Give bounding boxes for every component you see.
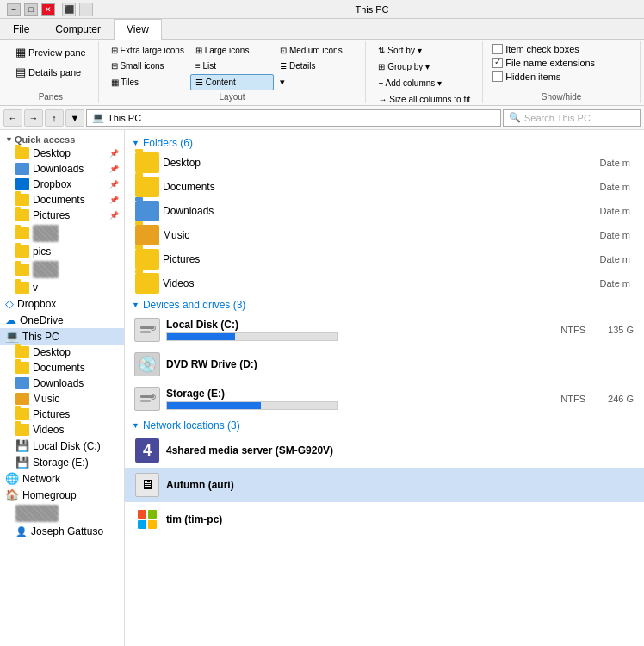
- dvd-drive-d-row[interactable]: 💿 DVD RW Drive (D:): [125, 347, 644, 382]
- sidebar-item-documents-qa[interactable]: Documents 📌: [0, 192, 124, 208]
- preview-pane-button[interactable]: ▦ Preview pane: [10, 43, 91, 61]
- tim-row[interactable]: tim (tim-pc): [125, 502, 644, 537]
- downloads-folder-row[interactable]: Downloads Date m: [125, 199, 644, 223]
- win-sq-green: [148, 510, 157, 519]
- extra-large-icons-button[interactable]: ⊞ Extra large icons: [106, 43, 189, 58]
- v-folder-icon: [15, 282, 29, 294]
- layout-expand-button[interactable]: ▾: [275, 74, 358, 90]
- up-button[interactable]: ↑: [45, 109, 64, 127]
- storage-e-icon-area: [132, 385, 163, 413]
- sidebar-item-pictures-pc[interactable]: Pictures: [0, 407, 124, 422]
- storage-e-size: 246 G: [585, 394, 637, 404]
- window-controls[interactable]: – □ ✕: [7, 3, 55, 16]
- search-bar[interactable]: 🔍 Search This PC: [503, 109, 641, 127]
- item-check-boxes-option[interactable]: Item check boxes: [490, 43, 633, 55]
- sidebar-item-homegroup[interactable]: 🏠 Homegroup: [0, 487, 124, 503]
- sidebar-item-desktop-qa[interactable]: Desktop 📌: [0, 146, 124, 161]
- network-section-title: Network locations (3): [143, 419, 240, 432]
- details-button[interactable]: ≣ Details: [275, 59, 358, 73]
- music-folder-row[interactable]: Music Date m: [125, 223, 644, 247]
- group-by-button[interactable]: ⊞ Group by ▾: [373, 59, 475, 74]
- sidebar-item-onedrive[interactable]: ☁ OneDrive: [0, 312, 124, 328]
- sidebar-item-music-pc[interactable]: Music: [0, 391, 124, 407]
- small-icons-button[interactable]: ⊟ Small icons: [106, 59, 189, 73]
- videos-folder-row[interactable]: Videos Date m: [125, 271, 644, 295]
- details-pane-button[interactable]: ▤ Details pane: [10, 63, 91, 81]
- recent-locations-button[interactable]: ▼: [65, 109, 84, 127]
- hidden-items-option[interactable]: Hidden items: [490, 71, 633, 83]
- layout-options: ⊞ Extra large icons ⊞ Large icons ⊡ Medi…: [106, 43, 359, 90]
- local-disk-c-fs: NTFS: [542, 325, 585, 335]
- sidebar-item-dropbox-link[interactable]: ◇ Dropbox: [0, 295, 124, 312]
- sidebar-item-documents-pc[interactable]: Documents: [0, 360, 124, 376]
- sidebar-item-blurred2[interactable]: [0, 259, 124, 280]
- forward-button[interactable]: →: [24, 109, 43, 127]
- desktop-folder-row[interactable]: Desktop Date m: [125, 151, 644, 175]
- list-button[interactable]: ≡ List: [190, 59, 274, 73]
- file-name-extensions-label: File name extensions: [505, 58, 595, 68]
- search-placeholder-text: Search This PC: [524, 113, 591, 123]
- add-columns-button[interactable]: + Add columns ▾: [373, 76, 475, 90]
- sidebar-item-pics[interactable]: pics: [0, 244, 124, 259]
- file-name-extensions-checkbox[interactable]: [492, 58, 503, 68]
- sidebar-item-user-avatar[interactable]: [0, 503, 124, 524]
- sidebar-item-v[interactable]: v: [0, 280, 124, 295]
- sidebar-item-blurred1[interactable]: [0, 223, 124, 244]
- sidebar-item-downloads-qa[interactable]: Downloads 📌: [0, 161, 124, 177]
- local-disk-c-row[interactable]: Local Disk (C:) NTFS 135 G: [125, 313, 644, 347]
- address-bar[interactable]: 💻 This PC: [86, 109, 501, 127]
- documents-folder-row[interactable]: Documents Date m: [125, 175, 644, 199]
- videos-date: Date m: [568, 278, 637, 289]
- sidebar-item-pictures-pc-label: Pictures: [33, 408, 70, 420]
- details-pane-icon: ▤: [15, 65, 26, 78]
- tiles-button[interactable]: ▦ Tiles: [106, 74, 189, 90]
- pictures-folder-row[interactable]: Pictures Date m: [125, 247, 644, 271]
- sidebar-item-dropbox-link-label: Dropbox: [17, 298, 56, 310]
- file-name-extensions-option[interactable]: File name extensions: [490, 57, 633, 69]
- network-section-header[interactable]: Network locations (3): [125, 416, 644, 433]
- tab-computer[interactable]: Computer: [42, 19, 114, 39]
- sort-by-button[interactable]: ⇅ Sort by ▾: [373, 43, 475, 58]
- folders-section-header[interactable]: Folders (6): [125, 134, 644, 151]
- autumn-icon: 🖥: [135, 473, 159, 497]
- maximize-button[interactable]: □: [24, 3, 38, 16]
- hidden-items-checkbox[interactable]: [492, 71, 503, 82]
- joseph-icon: 👤: [15, 526, 28, 537]
- videos-folder-icon-pc: [15, 424, 29, 436]
- sidebar-item-this-pc-label: This PC: [22, 331, 59, 343]
- preview-pane-label: Preview pane: [28, 47, 86, 58]
- videos-folder-icon-big: [135, 273, 159, 294]
- ribbon-tabs[interactable]: File Computer View: [0, 19, 644, 40]
- sidebar-item-desktop-pc[interactable]: Desktop: [0, 345, 124, 360]
- tab-view[interactable]: View: [114, 19, 162, 40]
- quick-access-section[interactable]: Quick access: [0, 132, 124, 146]
- item-check-boxes-checkbox[interactable]: [492, 44, 503, 54]
- sidebar-item-downloads-pc[interactable]: Downloads: [0, 376, 124, 391]
- close-button[interactable]: ✕: [41, 3, 55, 16]
- minimize-button[interactable]: –: [7, 3, 21, 16]
- main-area: Quick access Desktop 📌 Downloads 📌 Dropb…: [0, 130, 644, 646]
- sidebar-item-network[interactable]: 🌐 Network: [0, 470, 124, 487]
- sidebar-item-dropbox-qa[interactable]: Dropbox 📌: [0, 177, 124, 192]
- size-all-columns-button[interactable]: ↔ Size all columns to fit: [373, 92, 475, 107]
- sidebar-item-videos-pc[interactable]: Videos: [0, 422, 124, 438]
- storage-e-row[interactable]: Storage (E:) NTFS 246 G: [125, 382, 644, 416]
- autumn-row[interactable]: 🖥 Autumn (auri): [125, 468, 644, 502]
- medium-icons-button[interactable]: ⊡ Medium icons: [275, 43, 358, 58]
- sidebar-item-this-pc[interactable]: 💻 This PC: [0, 328, 124, 345]
- documents-date: Date m: [568, 182, 637, 192]
- sidebar-item-pictures-qa[interactable]: Pictures 📌: [0, 208, 124, 223]
- sidebar-item-joseph[interactable]: 👤 Joseph Gattuso: [0, 524, 124, 539]
- drives-section-header[interactable]: Devices and drives (3): [125, 295, 644, 313]
- content-button[interactable]: ☰ Content: [190, 74, 274, 90]
- sidebar-item-storage[interactable]: 💾 Storage (E:): [0, 454, 124, 470]
- 4shared-info: 4shared media server (SM-G920V): [163, 444, 637, 457]
- storage-e-info: Storage (E:): [163, 388, 542, 410]
- back-button[interactable]: ←: [3, 109, 22, 127]
- tab-file[interactable]: File: [0, 19, 42, 39]
- sidebar-item-network-label: Network: [22, 473, 60, 485]
- sidebar-item-local-disk[interactable]: 💾 Local Disk (C:): [0, 438, 124, 454]
- large-icons-button[interactable]: ⊞ Large icons: [190, 43, 274, 58]
- 4shared-row[interactable]: 4 4shared media server (SM-G920V): [125, 433, 644, 468]
- pictures-folder-icon-qa: [15, 209, 29, 221]
